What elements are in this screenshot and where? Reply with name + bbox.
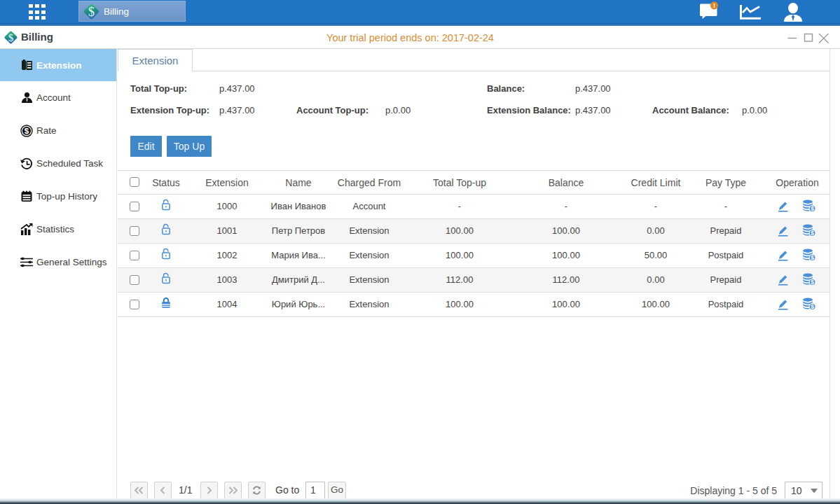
svg-text:$: $	[811, 205, 814, 212]
svg-text:$: $	[811, 303, 814, 310]
svg-text:$: $	[811, 279, 814, 286]
svg-text:$: $	[811, 254, 814, 261]
svg-text:!: !	[713, 1, 715, 9]
svg-text:$: $	[811, 230, 814, 237]
svg-text:$: $	[25, 127, 29, 135]
